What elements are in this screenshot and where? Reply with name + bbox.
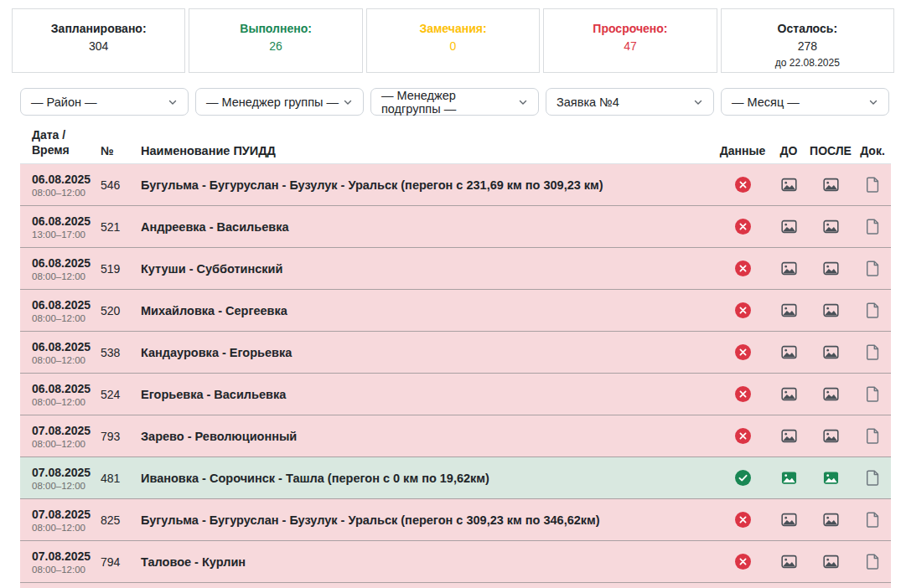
row-number: 825 <box>101 513 141 527</box>
row-name: Зарево - Революционный <box>141 430 715 443</box>
photo-before-icon[interactable] <box>781 512 797 528</box>
photo-before-icon[interactable] <box>781 219 797 235</box>
row-number: 793 <box>101 430 141 443</box>
header-date-time: Дата / Время <box>20 127 101 157</box>
row-time: 08:00–12:00 <box>32 397 101 407</box>
chevron-down-icon <box>868 97 878 107</box>
document-icon[interactable] <box>866 219 880 235</box>
document-icon[interactable] <box>866 470 880 486</box>
done-label: Выполнено: <box>189 20 361 38</box>
row-date: 07.08.2025 <box>32 549 101 563</box>
header-name: Наименование ПУИДД <box>141 144 715 157</box>
planned-label: Запланировано: <box>13 20 184 38</box>
photo-after-icon[interactable] <box>823 386 839 402</box>
x-circle-icon <box>735 302 751 318</box>
filter-district-value: — Район — <box>31 95 96 109</box>
x-circle-icon <box>735 219 751 235</box>
remaining-value: 278 <box>722 38 893 55</box>
filter-request-select[interactable]: Заявка №4 <box>546 88 714 116</box>
remaining-deadline: до 22.08.2025 <box>722 55 893 70</box>
document-icon[interactable] <box>866 428 880 444</box>
row-name: Таловое - Курлин <box>141 555 715 569</box>
photo-before-icon[interactable] <box>781 344 797 360</box>
row-date: 06.08.2025 <box>32 256 101 270</box>
table-row: 07.08.2025 08:00–12:00 825 Бугульма - Бу… <box>20 499 891 541</box>
photo-after-icon[interactable] <box>823 470 839 486</box>
row-number: 520 <box>101 304 141 317</box>
document-icon[interactable] <box>866 386 880 402</box>
photo-before-icon[interactable] <box>781 260 797 276</box>
photo-before-icon[interactable] <box>781 554 797 570</box>
x-circle-icon <box>735 260 751 276</box>
summary-card-planned: Запланировано: 304 <box>12 8 185 73</box>
row-number: 481 <box>101 472 141 485</box>
photo-after-icon[interactable] <box>823 344 839 360</box>
table-row: 06.08.2025 13:00–17:00 521 Андреевка - В… <box>20 206 891 248</box>
row-number: 538 <box>101 346 141 359</box>
remarks-label: Замечания: <box>367 20 539 38</box>
row-number: 546 <box>101 178 141 192</box>
document-icon[interactable] <box>866 260 880 276</box>
photo-before-icon[interactable] <box>781 302 797 318</box>
photo-after-icon[interactable] <box>823 177 839 193</box>
photo-before-icon[interactable] <box>781 428 797 444</box>
photo-after-icon[interactable] <box>823 554 839 570</box>
done-value: 26 <box>189 38 361 55</box>
photo-after-icon[interactable] <box>823 428 839 444</box>
overdue-value: 47 <box>544 38 716 55</box>
table-row: 06.08.2025 08:00–12:00 546 Бугульма - Бу… <box>20 164 891 206</box>
photo-after-icon[interactable] <box>823 512 839 528</box>
table-row: 07.08.2025 08:00–12:00 794 Таловое - Кур… <box>20 541 891 583</box>
summary-card-done: Выполнено: 26 <box>189 8 362 73</box>
x-circle-icon <box>735 386 751 402</box>
filter-subgroup-manager-select[interactable]: — Менеджер подгруппы — <box>370 88 539 116</box>
photo-after-icon[interactable] <box>823 219 839 235</box>
row-number: 521 <box>101 220 141 234</box>
filter-district-select[interactable]: — Район — <box>20 88 189 116</box>
row-date: 07.08.2025 <box>32 424 101 437</box>
chevron-down-icon <box>168 97 178 107</box>
document-icon[interactable] <box>866 512 880 528</box>
table-row: 07.08.2025 08:00–12:00 793 Зарево - Рево… <box>20 415 891 457</box>
summary-card-remarks: Замечания: 0 <box>366 8 540 73</box>
summary-card-remaining: Осталось: 278 до 22.08.2025 <box>721 8 894 73</box>
filter-group-manager-select[interactable]: — Менеджер группы — <box>195 88 364 116</box>
document-icon[interactable] <box>866 344 880 360</box>
filter-group-manager-value: — Менеджер группы — <box>206 95 339 109</box>
photo-after-icon[interactable] <box>823 260 839 276</box>
row-name: Михайловка - Сергеевка <box>141 304 715 317</box>
row-time: 08:00–12:00 <box>32 313 101 323</box>
row-time: 13:00–17:00 <box>32 230 101 240</box>
row-time: 08:00–12:00 <box>32 523 101 533</box>
row-name: Андреевка - Васильевка <box>141 220 715 234</box>
photo-before-icon[interactable] <box>781 177 797 193</box>
photo-before-icon[interactable] <box>781 470 797 486</box>
document-icon[interactable] <box>866 554 880 570</box>
planned-value: 304 <box>13 38 184 55</box>
table-row: 06.08.2025 08:00–12:00 519 Кутуши - Субб… <box>20 248 891 290</box>
document-icon[interactable] <box>866 177 880 193</box>
overdue-label: Просрочено: <box>544 20 716 38</box>
filter-bar: — Район — — Менеджер группы — — Менеджер… <box>20 88 889 116</box>
header-doc: Док. <box>854 144 891 157</box>
table-row: 06.08.2025 08:00–12:00 538 Кандауровка -… <box>20 332 891 374</box>
x-circle-icon <box>735 428 751 444</box>
x-circle-icon <box>735 344 751 360</box>
table-row: 07.08.2025 08:00–12:00 481 Ивановка - Со… <box>20 457 891 499</box>
filter-month-select[interactable]: — Месяц — <box>721 88 889 116</box>
row-time: 08:00–12:00 <box>32 188 101 198</box>
x-circle-icon <box>735 512 751 528</box>
row-date: 06.08.2025 <box>32 173 101 186</box>
row-time: 08:00–12:00 <box>32 271 101 281</box>
summary-card-overdue: Просрочено: 47 <box>543 8 717 73</box>
document-icon[interactable] <box>866 302 880 318</box>
row-date: 06.08.2025 <box>32 298 101 312</box>
row-number: 794 <box>101 555 141 569</box>
filter-subgroup-manager-value: — Менеджер подгруппы — <box>381 89 518 116</box>
chevron-down-icon <box>518 97 528 107</box>
photo-before-icon[interactable] <box>781 386 797 402</box>
table-header-row: Дата / Время № Наименование ПУИДД Данные… <box>20 127 891 164</box>
row-name: Бугульма - Бугуруслан - Бузулук - Уральс… <box>141 513 715 527</box>
row-time: 08:00–12:00 <box>32 439 101 449</box>
photo-after-icon[interactable] <box>823 302 839 318</box>
